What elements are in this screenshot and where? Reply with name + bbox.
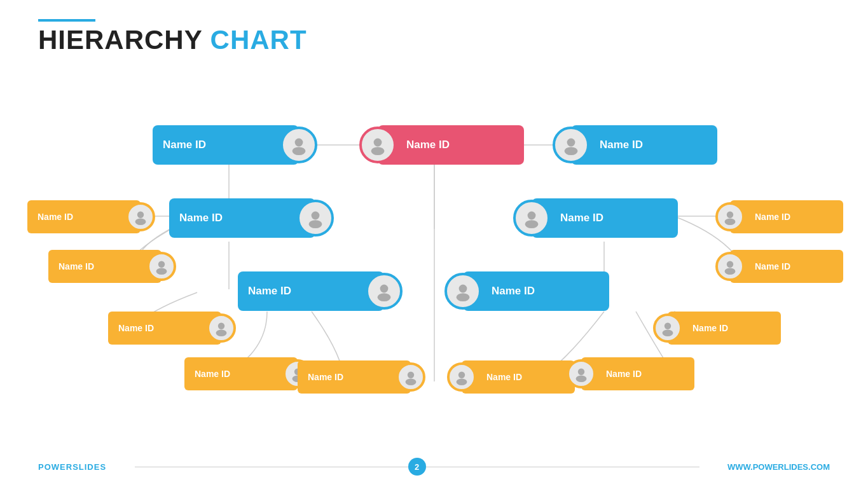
node-left-yellow-2-avatar — [147, 252, 176, 281]
svg-point-33 — [725, 268, 736, 275]
svg-point-16 — [295, 139, 303, 147]
svg-point-30 — [727, 212, 733, 218]
svg-point-34 — [380, 285, 389, 293]
node-left-yellow-1-avatar — [126, 202, 155, 231]
svg-point-35 — [378, 293, 391, 301]
node-right-yellow-1-avatar — [715, 202, 745, 231]
footer-brand-blue: SLIDES — [72, 462, 106, 472]
svg-point-40 — [665, 323, 671, 329]
node-bottom-right-yellow-2-avatar — [567, 359, 596, 388]
node-lower-right-yellow-1: Name ID — [668, 312, 781, 345]
header-accent-line — [38, 19, 95, 22]
title-blue: CHART — [202, 25, 307, 55]
slide: HIERARCHY CHART — [0, 0, 868, 487]
node-left-yellow-1-label: Name ID — [27, 212, 126, 222]
node-bottom-center-yellow-avatar — [396, 362, 425, 392]
node-top-center-label: Name ID — [396, 139, 524, 151]
node-left-yellow-2-label: Name ID — [48, 261, 147, 271]
node-left-yellow-1: Name ID — [27, 200, 141, 233]
node-lower-center-left-label: Name ID — [238, 285, 366, 298]
footer-brand-black: POWER — [38, 462, 72, 472]
node-right-yellow-2-avatar — [715, 252, 745, 281]
page-title: HIERARCHY CHART — [38, 27, 307, 53]
svg-point-21 — [565, 147, 578, 155]
node-lower-right-yellow-1-avatar — [653, 313, 682, 343]
node-bottom-right-yellow-1-label: Name ID — [476, 372, 575, 382]
node-lower-center-left: Name ID — [238, 271, 384, 311]
node-bottom-right-yellow-2-label: Name ID — [596, 369, 694, 379]
node-top-right: Name ID — [571, 125, 717, 165]
node-mid-center-left: Name ID — [169, 198, 315, 238]
node-lower-center-right: Name ID — [463, 271, 609, 311]
node-bottom-center-yellow-label: Name ID — [298, 372, 396, 382]
node-bottom-right-yellow-1-avatar — [447, 362, 476, 392]
node-right-yellow-2-label: Name ID — [745, 261, 843, 271]
node-lower-left-yellow-avatar — [207, 313, 236, 343]
node-lower-center-right-label: Name ID — [481, 285, 609, 298]
connector-lines — [0, 0, 868, 487]
node-top-left: Name ID — [153, 125, 299, 165]
svg-point-38 — [218, 323, 224, 329]
svg-point-20 — [567, 139, 575, 147]
node-top-right-label: Name ID — [589, 139, 717, 151]
node-lower-left-yellow-label: Name ID — [108, 323, 207, 333]
footer-brand: POWERSLIDES — [38, 462, 106, 472]
svg-point-22 — [137, 212, 144, 218]
node-top-left-label: Name ID — [153, 139, 280, 151]
node-mid-right-avatar — [513, 200, 550, 237]
svg-point-28 — [528, 212, 536, 220]
node-top-center-avatar — [359, 127, 396, 163]
node-lower-right-yellow-1-label: Name ID — [682, 323, 781, 333]
svg-point-37 — [457, 293, 470, 301]
svg-point-39 — [216, 330, 227, 336]
svg-point-17 — [293, 147, 306, 155]
svg-point-36 — [459, 285, 467, 293]
node-lower-center-right-avatar — [444, 273, 481, 310]
svg-point-26 — [312, 212, 320, 220]
node-left-yellow-2: Name ID — [48, 250, 162, 283]
svg-point-44 — [408, 372, 414, 378]
node-right-yellow-2: Name ID — [730, 250, 843, 283]
svg-point-27 — [309, 220, 322, 228]
svg-point-31 — [725, 219, 736, 225]
title-black: HIERARCHY — [38, 25, 202, 55]
node-mid-center-left-label: Name ID — [169, 212, 297, 224]
node-right-yellow-1-label: Name ID — [745, 212, 843, 222]
svg-point-25 — [156, 268, 167, 275]
svg-point-41 — [663, 330, 673, 336]
svg-point-47 — [457, 379, 467, 385]
node-lower-center-left-avatar — [366, 273, 403, 310]
node-bottom-left-yellow-label: Name ID — [184, 369, 283, 379]
node-right-yellow-1: Name ID — [730, 200, 843, 233]
node-bottom-right-yellow-1: Name ID — [462, 360, 575, 394]
svg-point-18 — [374, 139, 382, 147]
footer-page-number: 2 — [408, 458, 426, 476]
header: HIERARCHY CHART — [38, 19, 307, 53]
node-mid-right: Name ID — [532, 198, 678, 238]
node-top-right-avatar — [553, 127, 589, 163]
node-bottom-right-yellow-2: Name ID — [581, 357, 694, 390]
node-bottom-left-yellow: Name ID — [184, 357, 298, 390]
svg-point-23 — [135, 219, 146, 225]
svg-point-49 — [576, 376, 587, 382]
node-bottom-center-yellow: Name ID — [298, 360, 411, 394]
node-top-center: Name ID — [378, 125, 524, 165]
footer: POWERSLIDES 2 WWW.POWERLIDES.COM — [0, 458, 868, 476]
svg-point-32 — [727, 261, 733, 268]
svg-point-48 — [578, 369, 584, 375]
svg-point-46 — [458, 372, 465, 378]
svg-point-24 — [158, 261, 165, 268]
node-mid-right-label: Name ID — [550, 212, 678, 224]
node-top-left-avatar — [280, 127, 317, 163]
node-lower-left-yellow: Name ID — [108, 312, 221, 345]
svg-point-19 — [371, 147, 385, 155]
svg-point-29 — [525, 220, 539, 228]
svg-point-45 — [406, 379, 417, 385]
footer-url: WWW.POWERLIDES.COM — [727, 462, 830, 472]
node-mid-center-left-avatar — [297, 200, 334, 237]
